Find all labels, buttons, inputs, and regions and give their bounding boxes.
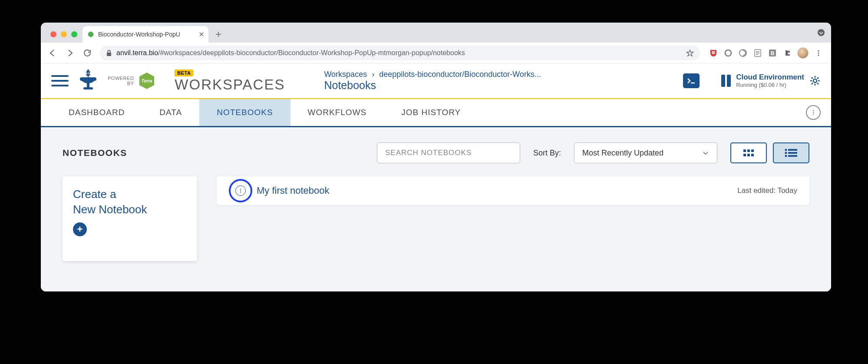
reload-button[interactable] <box>80 46 95 60</box>
chevron-down-icon[interactable] <box>814 25 828 40</box>
extension-doc-icon[interactable] <box>753 48 762 58</box>
sort-by-select[interactable]: Most Recently Updated <box>574 142 717 163</box>
svg-rect-14 <box>83 87 93 89</box>
svg-point-4 <box>713 52 714 53</box>
svg-point-11 <box>818 52 819 53</box>
forward-button[interactable] <box>63 46 77 60</box>
browser-toolbar: anvil.terra.bio/#workspaces/deeppilots-b… <box>41 43 831 63</box>
sort-by-value: Most Recently Updated <box>582 149 663 158</box>
svg-point-12 <box>818 54 819 56</box>
new-tab-button[interactable] <box>212 28 225 41</box>
workspace-menu-button[interactable] <box>806 105 821 120</box>
menu-hamburger-button[interactable] <box>51 72 69 89</box>
plus-circle-icon: + <box>73 222 87 236</box>
list-icon <box>784 148 798 158</box>
tab-title: Bioconductor-Workshop-PopU <box>98 31 195 38</box>
extension-ublock-icon[interactable] <box>709 48 718 58</box>
browser-tab-strip: Bioconductor-Workshop-PopU <box>41 23 831 43</box>
svg-rect-13 <box>87 83 89 87</box>
breadcrumb-root-link[interactable]: Workspaces <box>324 70 367 79</box>
svg-marker-0 <box>88 31 93 37</box>
svg-rect-23 <box>751 149 754 152</box>
profile-avatar[interactable] <box>797 47 809 59</box>
browser-window: Bioconductor-Workshop-PopU an <box>41 23 831 291</box>
address-bar[interactable]: anvil.terra.bio/#workspaces/deeppilots-b… <box>100 46 700 60</box>
svg-point-20 <box>813 114 814 115</box>
view-grid-button[interactable] <box>730 142 767 163</box>
svg-point-5 <box>725 50 731 56</box>
grid-icon <box>743 149 755 157</box>
window-controls <box>46 31 83 43</box>
tab-notebooks[interactable]: NOTEBOOKS <box>199 99 290 126</box>
cloud-env-title: Cloud Environment <box>736 73 804 82</box>
svg-point-27 <box>785 149 787 151</box>
window-minimize-button[interactable] <box>61 31 67 37</box>
notebook-item-last-edited: Last edited: Today <box>737 186 797 195</box>
breadcrumb: Workspaces › deeppilots-bioconductor/Bio… <box>324 70 541 92</box>
browser-menu-icon[interactable] <box>814 48 823 58</box>
window-close-button[interactable] <box>50 31 56 37</box>
chevron-down-icon <box>702 149 709 156</box>
tab-dashboard[interactable]: DASHBOARD <box>51 99 142 126</box>
powered-by-terra: POWERED BY Terra <box>108 71 156 90</box>
workspace-tabs: DASHBOARD DATA NOTEBOOKS WORKFLOWS JOB H… <box>41 99 831 127</box>
url-text: anvil.terra.bio/#workspaces/deeppilots-b… <box>116 49 682 57</box>
cloud-env-status-text: Running ($0.06 / hr) <box>736 82 804 89</box>
svg-point-18 <box>813 110 814 112</box>
svg-rect-24 <box>743 154 746 156</box>
tab-favicon-icon <box>87 30 95 38</box>
svg-rect-30 <box>788 152 797 154</box>
create-notebook-card[interactable]: Create a New Notebook + <box>63 176 197 261</box>
extension-circle-icon[interactable] <box>723 48 733 58</box>
svg-rect-32 <box>788 155 797 157</box>
extension-swirl-icon[interactable] <box>738 48 748 58</box>
app-header: POWERED BY Terra BETA WORKSPACES Workspa… <box>41 63 831 98</box>
tab-job-history[interactable]: JOB HISTORY <box>384 99 478 126</box>
terminal-button[interactable] <box>683 73 700 88</box>
svg-rect-26 <box>751 154 754 156</box>
workspaces-heading: WORKSPACES <box>175 76 285 93</box>
notebooks-content: NOTEBOOKS Sort By: Most Recently Updated <box>41 127 831 291</box>
svg-rect-25 <box>747 154 750 156</box>
svg-rect-22 <box>747 149 750 152</box>
notebook-item-title: My first notebook <box>257 185 330 196</box>
svg-rect-21 <box>743 149 746 152</box>
browser-tab[interactable]: Bioconductor-Workshop-PopU <box>83 26 208 43</box>
terra-logo-icon: Terra <box>137 71 156 90</box>
svg-text:B: B <box>771 50 775 56</box>
view-list-button[interactable] <box>773 142 809 163</box>
svg-point-19 <box>813 112 814 113</box>
svg-rect-28 <box>788 149 797 151</box>
extension-b-icon[interactable]: B <box>768 48 777 58</box>
beta-badge: BETA <box>175 69 193 76</box>
svg-rect-2 <box>107 53 111 56</box>
notebook-list: My first notebook Last edited: Today <box>217 176 809 261</box>
tab-close-icon[interactable] <box>199 32 204 37</box>
notebooks-heading: NOTEBOOKS <box>63 148 127 158</box>
create-card-line1: Create a <box>73 187 187 202</box>
pause-icon <box>721 75 731 87</box>
extension-puzzle-icon[interactable] <box>782 48 792 58</box>
cloud-environment-status[interactable]: Cloud Environment Running ($0.06 / hr) <box>721 73 821 89</box>
svg-point-1 <box>818 29 825 36</box>
breadcrumb-project-link[interactable]: deeppilots-bioconductor/Bioconductor-Wor… <box>379 70 541 79</box>
annotation-highlight-circle <box>229 179 252 202</box>
svg-point-17 <box>813 79 817 83</box>
search-notebooks-input[interactable] <box>377 142 520 163</box>
svg-point-10 <box>818 50 819 51</box>
workspaces-title: BETA WORKSPACES <box>175 69 285 93</box>
tab-data[interactable]: DATA <box>142 99 199 126</box>
svg-point-29 <box>785 152 787 154</box>
lock-icon <box>106 50 112 56</box>
anvil-logo-icon <box>77 69 99 93</box>
svg-point-31 <box>785 155 787 157</box>
extension-icons: B <box>705 47 827 59</box>
window-maximize-button[interactable] <box>71 31 77 37</box>
notebook-list-item[interactable]: My first notebook Last edited: Today <box>217 176 809 205</box>
create-card-line2: New Notebook <box>73 202 187 217</box>
tab-workflows[interactable]: WORKFLOWS <box>290 99 384 126</box>
breadcrumb-current: Notebooks <box>324 79 541 92</box>
gear-icon[interactable] <box>809 75 821 86</box>
back-button[interactable] <box>45 46 60 60</box>
bookmark-star-icon[interactable] <box>686 49 694 57</box>
